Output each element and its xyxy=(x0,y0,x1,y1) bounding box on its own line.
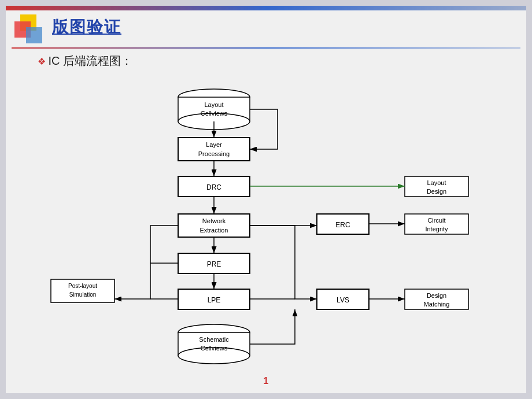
pre-label: PRE xyxy=(207,260,221,268)
layout-design-label2: Design xyxy=(427,188,446,195)
schematic-cellviews-label2: Cellviews xyxy=(201,345,228,352)
schematic-cellviews-label: Schematic xyxy=(199,336,229,343)
layer-processing-label2: Processing xyxy=(198,150,230,157)
header-bar xyxy=(6,6,526,10)
flowchart-svg: Layout Cellviews Layer Processing DRC Ne… xyxy=(35,72,509,373)
layout-cellviews-label2: Cellviews xyxy=(201,110,228,117)
blue-square xyxy=(26,27,42,43)
layout-design-label: Layout xyxy=(427,179,446,186)
decorative-squares xyxy=(14,14,49,46)
layout-cellviews-label: Layout xyxy=(204,101,223,108)
layer-processing-label: Layer xyxy=(206,141,222,148)
post-layout-sim-label2: Simulation xyxy=(69,291,97,298)
design-matching-label: Design xyxy=(427,292,446,299)
slide: 版图验证 IC 后端流程图： Layout Cellviews Layer Pr… xyxy=(6,6,526,393)
page-number: 1 xyxy=(264,376,269,386)
slide-subtitle: IC 后端流程图： xyxy=(38,53,132,69)
post-layout-sim-label: Post-layout xyxy=(68,283,97,289)
lpe-label: LPE xyxy=(208,296,221,304)
slide-title: 版图验证 xyxy=(52,16,121,38)
header-divider xyxy=(12,47,520,49)
erc-label: ERC xyxy=(335,221,350,229)
lvs-label: LVS xyxy=(337,296,349,304)
drc-label: DRC xyxy=(206,183,221,191)
circuit-integrity-label2: Integrity xyxy=(425,226,448,232)
design-matching-label2: Matching xyxy=(424,301,450,308)
network-extraction-label2: Extraction xyxy=(200,227,228,234)
flowchart-diagram: Layout Cellviews Layer Processing DRC Ne… xyxy=(35,72,509,373)
network-extraction-label: Network xyxy=(202,217,226,224)
circuit-integrity-label: Circuit xyxy=(427,217,445,224)
